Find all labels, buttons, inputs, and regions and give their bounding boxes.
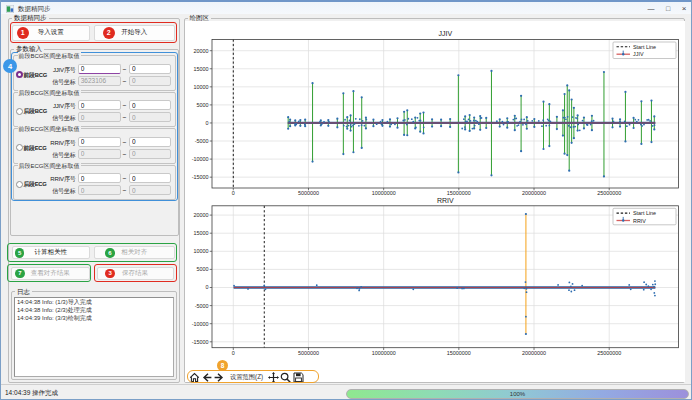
input-front-ecg-rriv-index-from[interactable] [78,137,121,147]
tilde-separator: ~ [123,187,127,194]
window-title: 数据精同步 [18,5,51,14]
progress-bar: 100% [346,389,689,399]
status-text: 14:04:39 操作完成 [5,389,58,398]
step-badge-6: 6 [105,248,115,258]
maximize-button[interactable]: □ [660,2,676,15]
input-rear-bcg-jjiv-index-to[interactable] [129,100,171,110]
radio-label-rear-bcg[interactable]: 后段BCG [24,107,47,116]
log-line-3: 14:04:39 Info: (3/3)绘制完成 [15,314,173,322]
log-view[interactable]: 14:04:38 Info: (1/3)导入完成14:04:38 Info: (… [14,297,174,377]
radio-label-front-ecg[interactable]: 前段ECG [24,144,47,153]
log-line-1: 14:04:38 Info: (1/3)导入完成 [15,298,173,306]
field-label-front-bcg-signal-coord: 信号坐标 [49,78,76,87]
field-label-rear-ecg-signal-coord: 信号坐标 [49,187,76,196]
log-title: 日志 [15,288,32,295]
field-label-front-ecg-rriv-index: RRIV序号 [49,139,76,148]
set-range-button[interactable]: 设置范围(Z) [226,373,267,382]
radio-front-ecg[interactable] [16,144,23,151]
input-rear-ecg-signal-coord-to [129,185,171,195]
param-group-title-rear-ecg: 后段ECG区间坐标取值 [18,162,81,171]
step-badge-5: 5 [15,248,25,258]
input-rear-ecg-signal-coord-from [78,185,121,195]
home-icon[interactable] [189,372,200,383]
radio-label-rear-ecg[interactable]: 后段ECG [24,180,47,189]
step-badge-2: 2 [103,27,115,39]
status-bar: 14:04:39 操作完成 100% [1,384,692,400]
param-group-title-front-bcg: 前段BCG区间坐标取值 [18,52,81,61]
radio-label-front-bcg[interactable]: 前段BCG [24,71,47,80]
save-icon[interactable] [293,372,304,383]
radio-rear-ecg[interactable] [16,181,23,188]
field-label-rear-bcg-jjiv-index: JJIV序号 [49,102,76,111]
radio-front-bcg[interactable] [16,71,23,78]
forward-icon[interactable] [213,372,224,383]
log-line-2: 14:04:38 Info: (2/3)处理完成 [15,306,173,314]
param-group-title-front-ecg: 前段ECG区间坐标取值 [18,125,81,134]
input-front-bcg-jjiv-index-from[interactable] [78,64,121,74]
input-rear-bcg-signal-coord-from [78,112,121,122]
step-badge-3: 3 [105,269,115,279]
step-badge-4: 4 [3,59,17,73]
tilde-separator: ~ [123,102,127,109]
field-label-front-bcg-jjiv-index: JJIV序号 [49,66,76,75]
field-label-rear-bcg-signal-coord: 信号坐标 [49,114,76,123]
input-front-bcg-signal-coord-to [129,76,171,86]
step-badge-7: 7 [15,269,25,279]
close-button[interactable]: × [676,2,692,15]
app-icon [6,5,14,13]
tilde-separator: ~ [123,175,127,182]
input-front-ecg-signal-coord-from [78,149,121,159]
input-rear-bcg-jjiv-index-from[interactable] [78,100,121,110]
zoom-icon[interactable] [280,372,291,383]
radio-rear-bcg[interactable] [16,108,23,115]
input-front-ecg-signal-coord-to [129,149,171,159]
tilde-separator: ~ [123,139,127,146]
input-front-ecg-rriv-index-to[interactable] [129,137,171,147]
figure-canvas[interactable] [185,21,685,383]
field-label-front-ecg-signal-coord: 信号坐标 [49,151,76,160]
tilde-separator: ~ [123,66,127,73]
field-label-rear-ecg-rriv-index: RRIV序号 [49,175,76,184]
input-rear-bcg-signal-coord-to [129,112,171,122]
pan-icon[interactable] [268,372,279,383]
left-panel-title: 数据精同步 [12,14,49,21]
param-group-title-rear-bcg: 后段BCG区间坐标取值 [18,89,81,98]
input-rear-ecg-rriv-index-from[interactable] [78,173,121,183]
input-rear-ecg-rriv-index-to[interactable] [129,173,171,183]
step-badge-1: 1 [17,27,29,39]
title-bar: 数据精同步 — □ × [1,0,692,14]
back-icon[interactable] [202,372,213,383]
input-front-bcg-jjiv-index-to[interactable] [129,64,171,74]
input-front-bcg-signal-coord-from [78,76,121,86]
tilde-separator: ~ [123,114,127,121]
tilde-separator: ~ [123,151,127,158]
step-badge-8: 8 [217,360,228,371]
minimize-button[interactable]: — [643,2,659,15]
progress-label: 100% [510,391,525,397]
app-window: 数据精同步 — □ × 数据精同步 导入设置 开始导入 1 2 参数输入 4 前… [0,0,692,400]
tilde-separator: ~ [123,78,127,85]
